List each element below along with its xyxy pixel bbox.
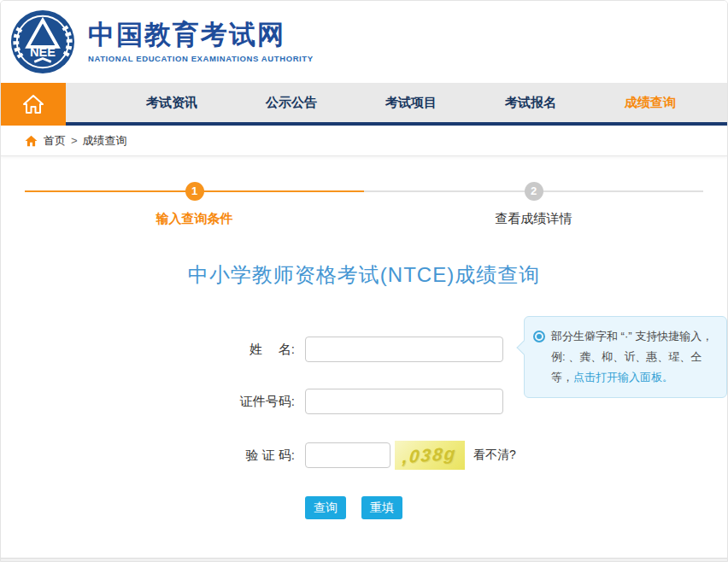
reset-button[interactable]: 重填 [361, 496, 402, 519]
breadcrumb-home-link[interactable]: 首页 [44, 133, 66, 149]
button-row: 查询 重填 [218, 496, 503, 519]
nav-menu: 考试资讯 公示公告 考试项目 考试报名 成绩查询 [1, 83, 727, 122]
name-input[interactable] [305, 337, 503, 362]
breadcrumb-separator: > [71, 134, 78, 147]
breadcrumb-home-icon [25, 135, 38, 147]
step-enter-criteria: 1 输入查询条件 [25, 182, 364, 227]
tooltip-text: 部分生僻字和 “·” 支持快捷输入，例: 、龚、枊、䜣、惠、瑆、仝等，点击打开输… [551, 326, 716, 388]
site-subtitle: NATIONAL EDUCATION EXAMINATIONS AUTHORIT… [88, 54, 314, 63]
logo-monogram: NEE [30, 45, 56, 59]
captcha-text: ,038g [402, 443, 457, 468]
site-header: NEE 中国教育考试网 NATIONAL EDUCATION EXAMINATI… [1, 1, 727, 83]
step-number-badge: 2 [525, 182, 543, 201]
home-icon [22, 94, 44, 114]
step-label: 输入查询条件 [25, 211, 364, 227]
captcha-input[interactable] [305, 442, 390, 468]
name-label: 姓 名: [218, 342, 295, 358]
captcha-row: 验 证 码: ,038g 看不清? [218, 441, 503, 470]
progress-steps: 1 输入查询条件 2 查看成绩详情 [25, 182, 703, 227]
nav-item-public-notices[interactable]: 公示公告 [266, 95, 317, 111]
id-number-label: 证件号码: [218, 394, 295, 410]
main-nav: 考试资讯 公示公告 考试项目 考试报名 成绩查询 [1, 83, 727, 126]
page: NEE 中国教育考试网 NATIONAL EDUCATION EXAMINATI… [0, 0, 728, 562]
step-view-results: 2 查看成绩详情 [364, 182, 703, 227]
nav-item-exam-registration[interactable]: 考试报名 [505, 95, 556, 111]
home-button[interactable] [1, 83, 66, 126]
query-form: 部分生僻字和 “·” 支持快捷输入，例: 、龚、枊、䜣、惠、瑆、仝等，点击打开输… [1, 337, 727, 519]
query-button[interactable]: 查询 [305, 496, 346, 519]
breadcrumb: 首页 > 成绩查询 [1, 126, 727, 156]
name-row: 姓 名: [218, 337, 503, 362]
brand-block: 中国教育考试网 NATIONAL EDUCATION EXAMINATIONS … [88, 20, 314, 63]
nav-item-exam-news[interactable]: 考试资讯 [146, 95, 197, 111]
id-number-input[interactable] [305, 389, 503, 414]
open-input-panel-link[interactable]: 点击打开输入面板。 [573, 371, 673, 383]
nav-item-exam-programs[interactable]: 考试项目 [385, 95, 437, 111]
captcha-label: 验 证 码: [218, 448, 295, 464]
step-number-badge: 1 [185, 182, 204, 201]
nav-item-score-query[interactable]: 成绩查询 [625, 95, 676, 111]
id-number-row: 证件号码: [218, 389, 503, 414]
rare-character-tooltip: 部分生僻字和 “·” 支持快捷输入，例: 、龚、枊、䜣、惠、瑆、仝等，点击打开输… [524, 316, 727, 398]
step-label: 查看成绩详情 [364, 211, 703, 227]
captcha-refresh-link[interactable]: 看不清? [473, 448, 516, 463]
footer-strip [1, 558, 727, 561]
captcha-image[interactable]: ,038g [395, 441, 465, 470]
neea-logo-icon: NEE [9, 9, 76, 75]
breadcrumb-current: 成绩查询 [83, 133, 127, 149]
tooltip-arrow [517, 341, 531, 355]
page-title: 中小学教师资格考试(NTCE)成绩查询 [1, 261, 727, 289]
radio-bullet-icon [533, 331, 545, 342]
site-title: 中国教育考试网 [88, 20, 314, 50]
